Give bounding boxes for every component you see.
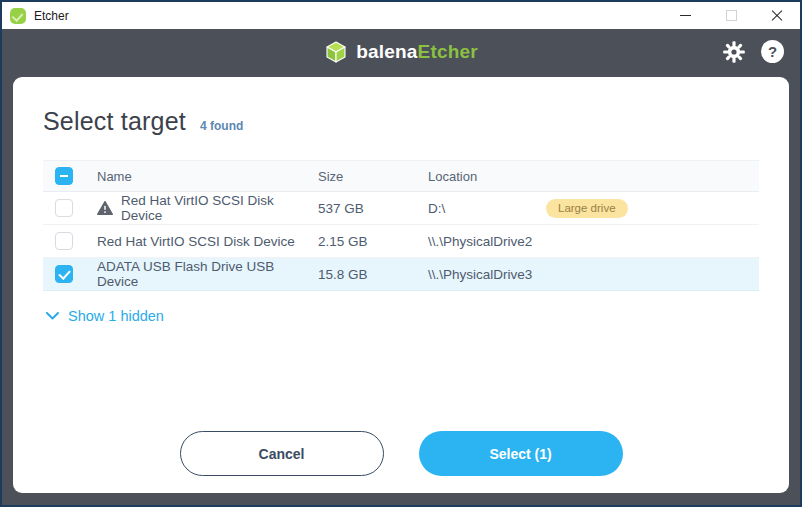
etcher-app-icon <box>10 8 26 24</box>
titlebar: Etcher <box>2 2 800 29</box>
table-row-drive-3[interactable]: ADATA USB Flash Drive USB Device 15.8 GB… <box>43 258 759 291</box>
drive-name: Red Hat VirtIO SCSI Disk Device <box>97 234 295 249</box>
window-title: Etcher <box>34 9 69 23</box>
balena-cube-icon <box>324 40 348 64</box>
large-drive-badge: Large drive <box>546 199 628 218</box>
etcher-window: Etcher balenaEtcher <box>0 0 802 507</box>
drive-name: Red Hat VirtIO SCSI Disk Device <box>121 193 318 223</box>
minimize-button[interactable] <box>662 2 708 29</box>
select-button[interactable]: Select (1) <box>419 431 623 476</box>
table-row-drive-1[interactable]: Red Hat VirtIO SCSI Disk Device 537 GB D… <box>43 192 759 225</box>
drive-name: ADATA USB Flash Drive USB Device <box>97 259 318 289</box>
brand-text: balenaEtcher <box>356 41 478 63</box>
row1-checkbox[interactable] <box>55 199 73 217</box>
app-header: balenaEtcher <box>2 29 800 74</box>
drive-table: Name Size Location <box>43 160 759 291</box>
drive-size: 537 GB <box>318 201 428 216</box>
header-actions: ? <box>722 29 784 74</box>
show-hidden-toggle[interactable]: Show 1 hidden <box>43 308 759 324</box>
brand-balena: balena <box>356 41 417 62</box>
maximize-icon <box>726 10 737 21</box>
page-heading: Select target 4 found <box>43 107 759 136</box>
minimize-icon <box>680 15 691 16</box>
select-all-checkbox[interactable] <box>55 167 73 185</box>
maximize-button[interactable] <box>708 2 754 29</box>
row3-checkbox[interactable] <box>55 265 73 283</box>
drive-size: 2.15 GB <box>318 234 428 249</box>
column-header-location: Location <box>428 169 546 184</box>
balena-etcher-logo: balenaEtcher <box>324 40 478 64</box>
table-header-row: Name Size Location <box>43 160 759 192</box>
app-body: Select target 4 found Name Size Location <box>2 74 800 505</box>
show-hidden-label: Show 1 hidden <box>68 308 164 324</box>
warning-icon <box>97 201 113 215</box>
drive-size: 15.8 GB <box>318 267 428 282</box>
row2-checkbox[interactable] <box>55 232 73 250</box>
drive-location: D:\ <box>428 201 546 216</box>
help-icon[interactable]: ? <box>761 40 784 63</box>
cancel-button[interactable]: Cancel <box>180 431 384 476</box>
drive-location: \\.\PhysicalDrive3 <box>428 267 546 282</box>
settings-gear-icon[interactable] <box>722 40 746 64</box>
close-button[interactable] <box>754 2 800 29</box>
column-header-name: Name <box>97 169 318 184</box>
select-target-panel: Select target 4 found Name Size Location <box>13 77 789 493</box>
brand-etcher: Etcher <box>418 41 478 62</box>
header-checkbox-cell <box>55 167 97 185</box>
footer-buttons: Cancel Select (1) <box>43 431 759 476</box>
found-count: 4 found <box>200 119 243 133</box>
column-header-size: Size <box>318 169 428 184</box>
drive-location: \\.\PhysicalDrive2 <box>428 234 546 249</box>
chevron-down-icon <box>46 312 59 320</box>
table-row-drive-2[interactable]: Red Hat VirtIO SCSI Disk Device 2.15 GB … <box>43 225 759 258</box>
page-title: Select target <box>43 107 186 136</box>
